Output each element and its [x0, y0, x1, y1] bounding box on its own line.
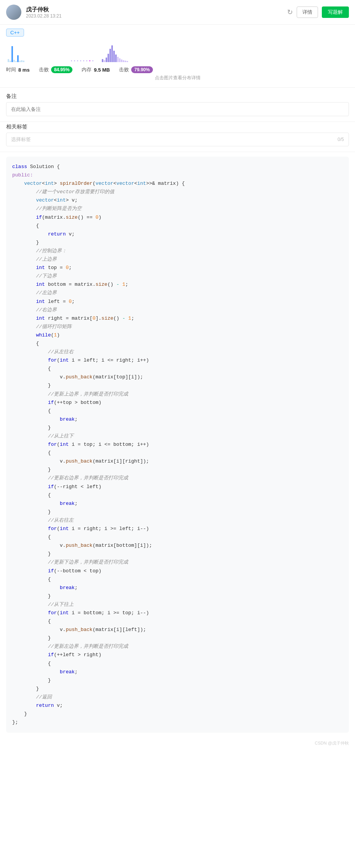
detail-button[interactable]: 详情: [297, 6, 318, 18]
code-line: return v;: [12, 230, 343, 239]
code-line: }: [12, 592, 343, 601]
beat-green-stat: 击败 84.95%: [39, 66, 73, 73]
tags-section: 相关标签 选择标签 0/5: [0, 123, 355, 150]
code-line: for(int i = bottom; i >= top; i--): [12, 609, 343, 617]
code-line: if(++top > bottom): [12, 399, 343, 407]
header: 戊子仲秋 2023.02.28 13:21 ↻ 详情 写题解 C++: [0, 0, 355, 152]
code-line: //从上往下: [12, 432, 343, 440]
bar: [117, 57, 119, 62]
beat-green-badge: 84.95%: [51, 66, 73, 73]
code-line: if(++left > right): [12, 651, 343, 659]
code-line: return v;: [12, 701, 343, 710]
code-line: {: [12, 340, 343, 348]
code-line: //返回: [12, 693, 343, 701]
code-line: break;: [12, 415, 343, 424]
code-line: {: [12, 617, 343, 626]
code-line: {: [12, 660, 343, 668]
code-line: //更新上边界，并判断是否打印完成: [12, 390, 343, 399]
header-actions: ↻ 详情 写题解: [287, 6, 349, 18]
code-line: //循环打印矩阵: [12, 323, 343, 331]
code-line: }: [12, 239, 343, 247]
code-line: int top = 0;: [12, 264, 343, 272]
time-label: 时间: [6, 66, 16, 73]
code-line: //上边界: [12, 255, 343, 264]
beat-purple-badge: 79.90%: [131, 66, 153, 73]
bar: [127, 61, 128, 62]
beat-label2: 击败: [119, 66, 129, 73]
tags-input[interactable]: 选择标签 0/5: [6, 133, 349, 146]
code-line: if(matrix.size() == 0): [12, 213, 343, 222]
code-line: v.push_back(matrix[bottom][i]);: [12, 541, 343, 550]
user-details: 戊子仲秋 2023.02.28 13:21: [26, 6, 61, 19]
code-line: {: [12, 575, 343, 584]
bar: [10, 61, 11, 62]
code-line: //下边界: [12, 272, 343, 280]
code-line: class Solution {: [12, 163, 343, 171]
bar: [17, 55, 19, 62]
bar: [13, 60, 15, 62]
tags-label: 相关标签: [6, 123, 349, 130]
bar: [21, 60, 22, 62]
code-line: int right = matrix[0].size() - 1;: [12, 314, 343, 323]
code-line: //从右往左: [12, 516, 343, 525]
footer-csdn: CSDN @戊子仲秋: [0, 737, 355, 749]
note-label: 备注: [0, 89, 355, 102]
code-line: }: [12, 710, 343, 718]
memory-value: 9.5 MB: [94, 67, 110, 73]
bar: [104, 60, 105, 62]
tags-placeholder: 选择标签: [11, 136, 31, 143]
time-stat: 时间 8 ms: [6, 66, 30, 73]
code-line: }: [12, 676, 343, 685]
username: 戊子仲秋: [26, 6, 61, 13]
tags-count: 0/5: [337, 137, 344, 142]
perf-stats: 时间 8 ms 击败 84.95% 内存 9.5 MB 击败 79.90%: [6, 66, 349, 73]
code-line: //建一个vector存放需要打印的值: [12, 188, 343, 196]
beat-label: 击败: [39, 66, 49, 73]
bar: [102, 59, 103, 62]
note-input[interactable]: [6, 102, 349, 116]
refresh-icon[interactable]: ↻: [287, 8, 293, 16]
code-line: //从下往上: [12, 601, 343, 609]
divider2: [0, 122, 355, 122]
code-line: //更新左边界，并判断是否打印完成: [12, 642, 343, 651]
code-line: {: [12, 365, 343, 373]
code-line: //更新右边界，并判断是否打印完成: [12, 474, 343, 482]
code-line: for(int i = top; i <= bottom; i++): [12, 440, 343, 449]
code-line: //判断矩阵是否为空: [12, 205, 343, 213]
code-line: vector<int> v;: [12, 196, 343, 205]
bar: [115, 54, 117, 62]
code-line: }: [12, 508, 343, 516]
solve-button[interactable]: 写题解: [322, 6, 349, 18]
code-line: //左边界: [12, 289, 343, 297]
code-line: int left = 0;: [12, 298, 343, 306]
performance-chart[interactable]: [6, 41, 349, 62]
code-line: };: [12, 718, 343, 727]
performance-section: 时间 8 ms 击败 84.95% 内存 9.5 MB 击败 79.90% 点击…: [0, 38, 355, 86]
code-line: while(1): [12, 331, 343, 340]
code-line: vector<int> spiralOrder(vector<vector<in…: [12, 179, 343, 188]
beat-purple-stat: 击败 79.90%: [119, 66, 153, 73]
bar: [121, 59, 122, 62]
code-line: v.push_back(matrix[top][i]);: [12, 373, 343, 381]
bar: [109, 49, 111, 62]
memory-stat: 内存 9.5 MB: [82, 66, 110, 73]
bar: [119, 58, 120, 62]
code-line: {: [12, 407, 343, 415]
code-line: //右边界: [12, 306, 343, 314]
submission-date: 2023.02.28 13:21: [26, 13, 61, 19]
user-info-section: 戊子仲秋 2023.02.28 13:21: [6, 5, 61, 20]
code-line: for(int i = left; i <= right; i++): [12, 356, 343, 365]
code-line: break;: [12, 500, 343, 508]
code-line: if(--right < left): [12, 483, 343, 491]
code-line: {: [12, 222, 343, 230]
bar: [15, 61, 17, 62]
bar: [8, 59, 9, 62]
bar-highlight: [11, 46, 13, 62]
code-line: }: [12, 424, 343, 432]
bar: [111, 45, 113, 62]
code-block: class Solution { public: vector<int> spi…: [6, 157, 349, 733]
memory-label: 内存: [82, 66, 92, 73]
bar: [125, 61, 126, 62]
bar: [108, 54, 109, 62]
chart-detail-link[interactable]: 点击图片查看分布详情: [6, 75, 349, 81]
